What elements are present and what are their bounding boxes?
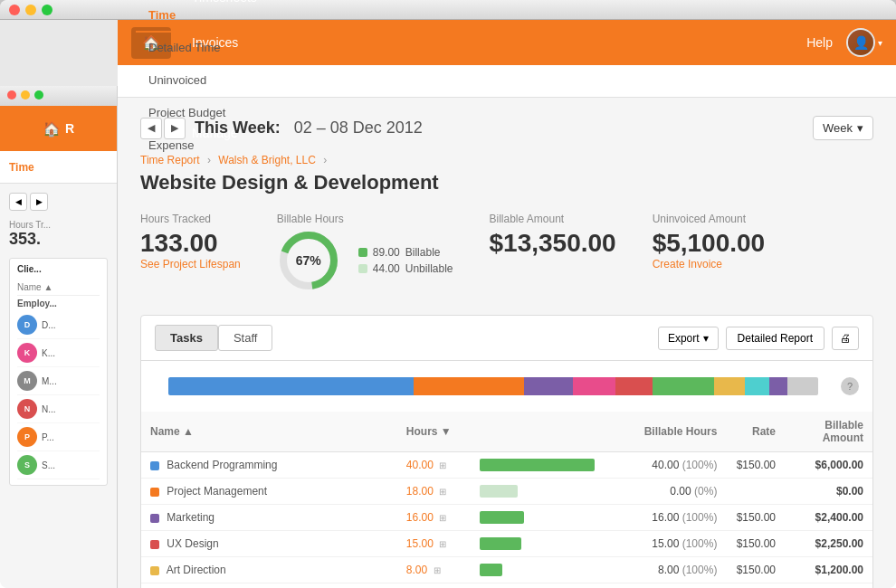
bar-fill xyxy=(480,537,522,550)
th-billable-amount: Billable Amount xyxy=(785,412,872,452)
second-window-overlay: 🏠 R Time ◀ ▶ Hours Tr... 353. Clie... Na… xyxy=(0,86,118,588)
cell-name: QA xyxy=(141,583,397,589)
table-section: TasksStaff Export ▾ Detailed Report 🖨 ? xyxy=(140,315,873,588)
tab-tasks[interactable]: Tasks xyxy=(155,325,218,351)
close-button[interactable] xyxy=(9,5,20,15)
sw-section-title: Clie... xyxy=(17,264,42,274)
hours-value[interactable]: 18.00 xyxy=(406,485,434,498)
title-bar xyxy=(0,0,896,20)
sw-person-name: P... xyxy=(42,432,54,442)
th-hours[interactable]: Hours ▼ xyxy=(397,412,471,452)
breadcrumb-client[interactable]: Walsh & Bright, LLC xyxy=(218,154,316,166)
sw-avatar: D xyxy=(17,315,37,335)
color-bar-segment xyxy=(168,377,414,395)
breadcrumb-sep1: › xyxy=(207,154,214,166)
sw-subnav-label: Time xyxy=(9,161,34,174)
sw-person-name: D... xyxy=(42,320,56,330)
sw-avatar: N xyxy=(17,399,37,419)
billable-dot xyxy=(358,248,367,257)
week-selector-dropdown[interactable]: Week ▾ xyxy=(813,116,873,140)
cell-bar xyxy=(471,557,617,583)
hours-value[interactable]: 40.00 xyxy=(406,459,434,471)
export-arrow: ▾ xyxy=(703,332,709,345)
cell-rate: $150.00 xyxy=(726,505,785,531)
table-row: UX Design 15.00 ⊞ 15.00 (100%) $150.00 $… xyxy=(141,531,872,557)
subnav-item-time[interactable]: Time xyxy=(136,0,238,33)
subnav-item-detailed-time[interactable]: Detailed Time xyxy=(136,33,238,65)
see-project-lifespan-link[interactable]: See Project Lifespan xyxy=(140,258,241,270)
subnav-item-uninvoiced[interactable]: Uninvoiced xyxy=(136,65,238,98)
color-bar xyxy=(168,377,818,395)
detailed-report-button[interactable]: Detailed Report xyxy=(726,327,825,350)
table-row: Marketing 16.00 ⊞ 16.00 (100%) $150.00 $… xyxy=(141,505,872,531)
hours-tracked-label: Hours Tracked xyxy=(140,213,241,225)
cell-bar xyxy=(471,531,617,557)
export-button[interactable]: Export ▾ xyxy=(658,327,719,350)
bar-fill xyxy=(480,564,502,576)
cell-hours: 15.00 ⊞ xyxy=(397,531,471,557)
color-bar-segment xyxy=(787,377,818,395)
stats-row: Hours Tracked 133.00 See Project Lifespa… xyxy=(140,213,873,292)
week-arrows: ◀ ▶ xyxy=(140,118,186,139)
row-color-icon xyxy=(150,514,159,523)
tab-staff[interactable]: Staff xyxy=(218,325,273,351)
sw-person-row: N N... xyxy=(17,395,100,423)
cell-hours: 8.00 ⊞ xyxy=(397,557,471,583)
sw-name-col: Name ▲ xyxy=(17,282,100,296)
table-row: Backend Programming 40.00 ⊞ 40.00 (100%)… xyxy=(141,452,872,479)
cell-hours: 18.00 ⊞ xyxy=(397,479,471,505)
cell-bar xyxy=(471,479,617,505)
minimize-button[interactable] xyxy=(25,5,36,15)
sw-prev-arrow[interactable]: ◀ xyxy=(9,193,27,211)
help-icon[interactable]: ? xyxy=(841,377,859,395)
table-body: Backend Programming 40.00 ⊞ 40.00 (100%)… xyxy=(141,452,872,589)
week-nav: ◀ ▶ This Week: 02 – 08 Dec 2012 Week ▾ xyxy=(140,116,873,140)
color-bar-row: ? xyxy=(141,361,872,412)
cell-billable-amount: $0.00 xyxy=(785,479,872,505)
user-avatar: 👤 xyxy=(846,28,875,57)
create-invoice-link[interactable]: Create Invoice xyxy=(653,258,766,270)
donut-pct: 67% xyxy=(296,253,321,268)
cell-name: UX Design xyxy=(141,531,397,557)
billable-amount-label: Billable Amount xyxy=(489,213,615,225)
cell-bar xyxy=(471,505,617,531)
task-name: Art Direction xyxy=(167,564,226,576)
th-name: Name ▲ xyxy=(141,412,397,452)
row-color-icon xyxy=(150,461,159,470)
hours-value[interactable]: 16.00 xyxy=(406,511,434,524)
sw-title-bar xyxy=(0,86,117,106)
cell-hours: 40.00 ⊞ xyxy=(397,452,471,479)
uninvoiced-amount-label: Uninvoiced Amount xyxy=(653,213,766,225)
cell-hours: 16.00 ⊞ xyxy=(397,505,471,531)
task-name: Backend Programming xyxy=(167,459,277,471)
cell-billable-hours: 0.00 (0%) xyxy=(616,479,726,505)
hours-value[interactable]: 8.00 xyxy=(406,564,427,576)
print-button[interactable]: 🖨 xyxy=(832,327,859,350)
th-rate: Rate xyxy=(726,412,785,452)
cell-bar xyxy=(471,452,617,479)
billable-hours-label: Billable Hours xyxy=(277,213,453,225)
help-link[interactable]: Help xyxy=(806,35,833,50)
sw-min xyxy=(21,90,30,100)
user-dropdown-arrow: ▾ xyxy=(878,38,882,48)
sw-avatar: K xyxy=(17,343,37,363)
hours-icon: ⊞ xyxy=(439,460,446,470)
task-name: Project Management xyxy=(167,485,267,498)
maximize-button[interactable] xyxy=(42,5,52,15)
row-color-icon xyxy=(150,540,159,549)
breadcrumb-time-report[interactable]: Time Report xyxy=(140,154,200,166)
bar-fill xyxy=(480,511,525,524)
sw-max xyxy=(34,90,43,100)
week-prev-button[interactable]: ◀ xyxy=(140,118,162,139)
sw-person-row: D D... xyxy=(17,311,100,339)
week-next-button[interactable]: ▶ xyxy=(164,118,186,139)
billable-hours-block: Billable Hours 67% xyxy=(277,213,453,292)
sw-next-arrow[interactable]: ▶ xyxy=(30,193,48,211)
user-menu[interactable]: 👤 ▾ xyxy=(846,28,882,57)
sw-subnav: Time xyxy=(0,151,117,184)
traffic-lights xyxy=(9,5,52,15)
cell-billable-hours: 8.00 (100%) xyxy=(616,557,726,583)
main-content: ◀ ▶ This Week: 02 – 08 Dec 2012 Week ▾ T… xyxy=(118,98,896,588)
sw-person-row: M M... xyxy=(17,367,100,395)
hours-value[interactable]: 15.00 xyxy=(406,537,434,550)
